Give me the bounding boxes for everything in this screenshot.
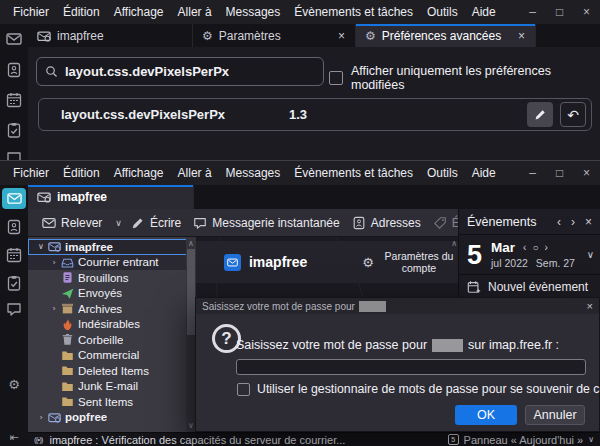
- scroll-up-icon[interactable]: ∧: [451, 239, 457, 248]
- tasks-space-icon[interactable]: [6, 122, 22, 138]
- pref-name: layout.css.devPixelsPerPx: [61, 107, 289, 122]
- menu-tools[interactable]: Outils: [420, 166, 465, 180]
- maximize-button[interactable]: □: [546, 161, 573, 185]
- folder-row-inbox[interactable]: › Courrier entrant: [28, 255, 196, 271]
- folder-row-sent-items[interactable]: Sent Items: [28, 394, 196, 410]
- mail-space-icon-active[interactable]: [2, 188, 26, 209]
- folder-row-junk-email[interactable]: Junk E-mail: [28, 379, 196, 395]
- reset-pref-button[interactable]: ↶: [560, 102, 586, 127]
- remember-password-checkbox[interactable]: [237, 383, 250, 396]
- password-prompt: Saisissez votre mot de passe pour sur im…: [236, 338, 559, 352]
- pref-row[interactable]: layout.css.devPixelsPerPx 1.3 ↶: [38, 98, 592, 131]
- calendar-space-icon[interactable]: [6, 92, 22, 108]
- folder-row-junk[interactable]: Indésirables: [28, 317, 196, 333]
- folder-row-commercial[interactable]: Commercial: [28, 348, 196, 364]
- folder-label: Junk E-mail: [78, 380, 138, 392]
- menu-go[interactable]: Aller à: [171, 166, 219, 180]
- tasks-space-icon[interactable]: [6, 275, 22, 291]
- minimize-button[interactable]: –: [519, 161, 546, 185]
- calendar-space-icon[interactable]: [6, 247, 22, 263]
- tab-config-editor[interactable]: ⚙ Préférences avancées ×: [356, 24, 536, 47]
- write-button[interactable]: Écrire: [125, 213, 187, 233]
- tab-settings[interactable]: ⚙ Paramètres ×: [193, 24, 356, 47]
- today-pane-toggle[interactable]: 5 Panneau « Aujourd'hui » ∨: [448, 434, 594, 446]
- menu-view[interactable]: Affichage: [107, 166, 171, 180]
- dialog-title-text: Saisissez votre mot de passe pour: [202, 301, 355, 312]
- menu-file[interactable]: Fichier: [6, 166, 56, 180]
- chat-space-icon[interactable]: [6, 301, 22, 317]
- tab-imapfree[interactable]: imapfree: [28, 185, 194, 209]
- folder-row-imapfree[interactable]: ∨ imapfree: [28, 239, 196, 255]
- twisty-open-icon[interactable]: ∨: [36, 242, 46, 251]
- events-close-icon[interactable]: ×: [585, 215, 592, 229]
- close-tab-icon[interactable]: ×: [517, 29, 526, 43]
- addressbook-space-icon[interactable]: [6, 62, 22, 78]
- folder-row-deleted-items[interactable]: Deleted Items: [28, 363, 196, 379]
- show-modified-checkbox-row: Afficher uniquement les préférences modi…: [329, 64, 600, 92]
- network-activity-icon: ((•)): [34, 435, 42, 444]
- addressbook-space-icon[interactable]: [6, 219, 22, 235]
- cancel-button[interactable]: Annuler: [525, 405, 585, 425]
- menu-messages[interactable]: Messages: [219, 5, 288, 19]
- remember-password-row: Utiliser le gestionnaire de mots de pass…: [237, 382, 600, 396]
- scroll-up-icon[interactable]: ∧: [186, 239, 196, 248]
- config-search-input[interactable]: [65, 64, 315, 79]
- twisty-closed-icon[interactable]: ›: [49, 304, 59, 313]
- folder-row-archives[interactable]: › Archives: [28, 301, 196, 317]
- menu-messages[interactable]: Messages: [219, 166, 288, 180]
- folder-label: Sent Items: [78, 396, 133, 408]
- events-prev-icon[interactable]: ‹: [557, 215, 561, 229]
- scrollbar-thumb[interactable]: [187, 249, 195, 335]
- minimize-button[interactable]: –: [519, 0, 546, 24]
- dialog-close-icon[interactable]: ×: [587, 300, 593, 312]
- close-button[interactable]: ×: [573, 161, 600, 185]
- tab-bar: imapfree ⚙ Paramètres × ⚙ Préférences av…: [28, 24, 600, 47]
- maximize-button[interactable]: □: [546, 0, 573, 24]
- menu-events-tasks[interactable]: Évènements et tâches: [287, 5, 420, 19]
- folder-label: Indésirables: [78, 318, 140, 330]
- status-bar: ((•)) imapfree : Vérification des capaci…: [28, 432, 600, 446]
- ok-button[interactable]: OK: [455, 405, 517, 425]
- menu-view[interactable]: Affichage: [107, 5, 171, 19]
- remember-password-label: Utiliser le gestionnaire de mots de pass…: [257, 382, 600, 396]
- get-messages-dropdown-icon[interactable]: ∨: [112, 218, 125, 228]
- redacted-username: [359, 301, 386, 312]
- menubar: Fichier Édition Affichage Aller à Messag…: [0, 0, 600, 24]
- address-book-button[interactable]: Adresses: [346, 213, 427, 233]
- tab-imapfree[interactable]: imapfree: [28, 24, 193, 47]
- mail-tab-icon: [37, 190, 51, 204]
- menu-edit[interactable]: Édition: [56, 5, 107, 19]
- archive-icon: [61, 302, 74, 315]
- account-settings-link[interactable]: ⚙ Paramètres du compte: [362, 250, 458, 274]
- twisty-closed-icon[interactable]: ›: [49, 258, 59, 267]
- screen: Fichier Édition Affichage Aller à Messag…: [0, 0, 600, 446]
- menu-help[interactable]: Aide: [465, 5, 503, 19]
- mail-space-icon[interactable]: [6, 31, 22, 47]
- spaces-settings-gear-icon[interactable]: ⚙: [0, 377, 28, 392]
- show-modified-checkbox[interactable]: [329, 71, 343, 85]
- menu-go[interactable]: Aller à: [171, 5, 219, 19]
- menu-tools[interactable]: Outils: [420, 5, 465, 19]
- menu-events-tasks[interactable]: Évènements et tâches: [287, 166, 420, 180]
- edit-pref-button[interactable]: [527, 102, 553, 127]
- folder-row-sent[interactable]: Envoyés: [28, 286, 196, 302]
- close-tab-icon[interactable]: ×: [337, 29, 346, 43]
- instant-messaging-button[interactable]: Messagerie instantanée: [187, 213, 345, 233]
- password-input[interactable]: [236, 359, 586, 375]
- today-calendar-icon: 5: [448, 434, 459, 445]
- menu-file[interactable]: Fichier: [6, 5, 56, 19]
- folder-row-trash[interactable]: Corbeille: [28, 332, 196, 348]
- today-pane-label: Panneau « Aujourd'hui »: [464, 434, 584, 446]
- menu-edit[interactable]: Édition: [56, 166, 107, 180]
- events-next-icon[interactable]: ›: [571, 215, 575, 229]
- close-button[interactable]: ×: [573, 0, 600, 24]
- folder-row-popfree[interactable]: › popfree: [28, 410, 196, 426]
- write-label: Écrire: [150, 216, 181, 230]
- chevron-down-icon[interactable]: ∨: [588, 435, 594, 444]
- menu-help[interactable]: Aide: [465, 166, 503, 180]
- password-dialog: Saisissez votre mot de passe pour × ? Sa…: [195, 297, 600, 432]
- folder-row-drafts[interactable]: Brouillons: [28, 270, 196, 286]
- get-messages-button[interactable]: Relever: [36, 213, 108, 233]
- collapse-spaces-icon[interactable]: ⇤: [0, 431, 28, 444]
- twisty-closed-icon[interactable]: ›: [36, 413, 46, 422]
